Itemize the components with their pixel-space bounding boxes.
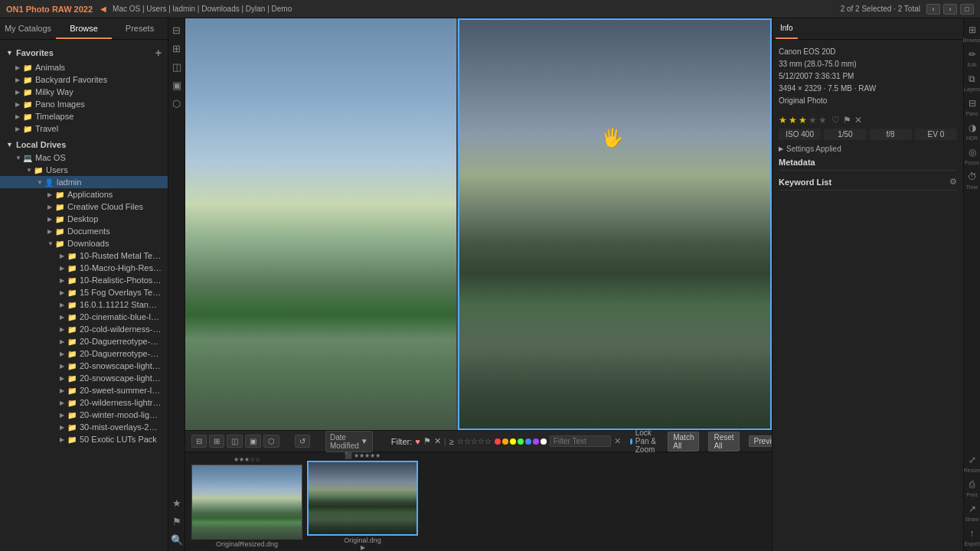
lock-pan-zoom-btn[interactable]: Lock Pan & Zoom [630, 429, 659, 454]
dl-item-15[interactable]: ▶📁30-mist-overlays-202... [0, 421, 168, 433]
dl-item-6[interactable]: ▶📁20-cinematic-blue-lg... [0, 311, 168, 323]
folder-documents[interactable]: ▶📁Documents [0, 225, 168, 237]
resize-panel-icon[interactable]: ⤢ [965, 453, 979, 467]
view-map-btn[interactable]: ⬡ [263, 435, 279, 448]
next-nav-btn[interactable]: › [943, 4, 957, 15]
gt-filter[interactable]: ≥ [449, 437, 454, 446]
view-detail-btn[interactable]: ▣ [245, 435, 261, 448]
dl-item-1[interactable]: ▶📁10-Rusted Metal Text... [0, 249, 168, 262]
drive-macos[interactable]: ▼💻Mac OS [0, 152, 168, 164]
metadata-section-header[interactable]: Metadata [779, 155, 957, 171]
pano-panel-icon[interactable]: ⊟ [965, 96, 979, 110]
view-grid-btn[interactable]: ⊞ [209, 435, 224, 448]
reset-all-btn[interactable]: Reset All [708, 432, 739, 452]
white-dot[interactable] [541, 439, 547, 445]
match-all-btn[interactable]: Match All [668, 432, 699, 452]
heart-btn[interactable]: ♡ [831, 115, 840, 126]
green-dot[interactable] [518, 439, 524, 445]
dl-item-7[interactable]: ▶📁20-cold-wilderness-lg... [0, 323, 168, 335]
detail-tool[interactable]: ▣ [170, 78, 184, 92]
dl-item-12[interactable]: ▶📁20-sweet-summer-lg... [0, 384, 168, 396]
red-dot[interactable] [495, 439, 501, 445]
reject-btn[interactable]: ✕ [854, 115, 862, 126]
previous-btn[interactable]: Previous [749, 435, 772, 447]
thumb-item-1[interactable]: ★★★☆☆ OriginalResized.dng [191, 456, 302, 548]
star-4[interactable]: ★ [808, 115, 817, 126]
sort-btn[interactable]: Date Modified ▼ [325, 431, 373, 452]
folder-downloads[interactable]: ▼📁Downloads [0, 237, 168, 249]
favorites-header[interactable]: ▼ Favorites + [0, 44, 168, 61]
tab-presets[interactable]: Presets [112, 18, 168, 39]
filmstrip-tool[interactable]: ⊟ [170, 23, 184, 37]
dl-item-9[interactable]: ▶📁20-Daguerreotype-Te... [0, 347, 168, 360]
star-tool[interactable]: ★ [170, 496, 184, 510]
share-panel-icon[interactable]: ↗ [965, 502, 979, 516]
time-panel-icon[interactable]: ⏱ [965, 170, 979, 184]
right-image-pane[interactable]: 🖐 [458, 18, 772, 430]
dl-item-16[interactable]: ▶📁50 Exotic LUTs Pack [0, 433, 168, 445]
folder-applications[interactable]: ▶📁Applications [0, 188, 168, 201]
browse-panel-icon[interactable]: ⊞ [965, 23, 979, 37]
search-tool[interactable]: 🔍 [170, 533, 184, 546]
folder-creative-cloud[interactable]: ▶📁Creative Cloud Files [0, 201, 168, 213]
star-5[interactable]: ★ [818, 115, 827, 126]
export-panel-icon[interactable]: ↑ [965, 527, 978, 540]
rotate-btn[interactable]: ↺ [295, 435, 310, 448]
prev-nav-btn[interactable]: ‹ [926, 4, 940, 15]
tab-browse[interactable]: Browse [56, 18, 112, 39]
star-3[interactable]: ★ [799, 115, 807, 126]
fav-timelapse[interactable]: ▶📁Timelapse [0, 110, 168, 122]
dl-item-14[interactable]: ▶📁20-winter-mood-light... [0, 409, 168, 421]
flag-filter[interactable]: ⚑ [423, 436, 431, 446]
hdr-panel-icon[interactable]: ◑ [965, 121, 979, 135]
fav-animals[interactable]: ▶📁Animals [0, 61, 168, 73]
filter-text-input[interactable] [550, 435, 611, 447]
dl-item-10[interactable]: ▶📁20-snowscape-lightro... [0, 360, 168, 372]
monitor-btn[interactable]: □ [960, 4, 974, 15]
blue-dot[interactable] [525, 439, 531, 445]
dl-item-4[interactable]: ▶📁15 Fog Overlays Text... [0, 286, 168, 298]
compare-tool[interactable]: ◫ [170, 60, 184, 73]
add-favorite-btn[interactable]: + [155, 47, 162, 59]
view-compare-btn[interactable]: ◫ [227, 435, 243, 448]
back-nav[interactable]: ◀ [100, 5, 106, 13]
view-filmstrip-btn[interactable]: ⊟ [191, 435, 207, 448]
dl-item-8[interactable]: ▶📁20-Daguerreotype-Te... [0, 335, 168, 347]
star-2[interactable]: ★ [789, 115, 797, 126]
print-panel-icon[interactable]: ⎙ [965, 478, 979, 491]
flag-btn[interactable]: ⚑ [843, 115, 851, 126]
yellow-dot[interactable] [510, 439, 516, 445]
folder-ladmin[interactable]: ▼👤ladmin [0, 176, 168, 188]
star-1[interactable]: ★ [779, 115, 787, 126]
flag-tool[interactable]: ⚑ [170, 514, 184, 528]
local-drives-header[interactable]: ▼ Local Drives [0, 138, 168, 152]
dl-item-3[interactable]: ▶📁10-Realistic-Photosh... [0, 274, 168, 286]
fav-milkyway[interactable]: ▶📁Milky Way [0, 86, 168, 98]
edit-panel-icon[interactable]: ✏ [965, 47, 979, 61]
grid-tool[interactable]: ⊞ [170, 41, 184, 55]
orange-dot[interactable] [502, 439, 508, 445]
dl-item-13[interactable]: ▶📁20-wilderness-lightro... [0, 396, 168, 409]
tab-mycatalogs[interactable]: My Catalogs [0, 18, 56, 39]
layers-panel-icon[interactable]: ⧉ [965, 72, 979, 86]
purple-dot[interactable] [533, 439, 539, 445]
keyword-list-header[interactable]: Keyword List ⚙ [779, 174, 957, 191]
folder-users[interactable]: ▼📁Users [0, 164, 168, 176]
fav-pano[interactable]: ▶📁Pano Images [0, 98, 168, 110]
dl-item-2[interactable]: ▶📁10-Macro-High-Res-P... [0, 262, 168, 274]
map-tool[interactable]: ⬡ [170, 96, 184, 110]
dl-item-11[interactable]: ▶📁20-snowscape-lightro... [0, 372, 168, 384]
folder-desktop[interactable]: ▶📁Desktop [0, 213, 168, 225]
settings-applied-row[interactable]: ▶ Settings Applied [779, 143, 957, 155]
rating-filter[interactable]: ☆☆☆☆☆ [457, 437, 492, 445]
heart-filter[interactable]: ♥ [415, 437, 420, 446]
thumb-item-2[interactable]: ⬛ ★★★★★ Original.dng ▶ [307, 452, 418, 551]
dl-item-5[interactable]: ▶📁16.0.1.11212 Standar... [0, 298, 168, 311]
x-filter[interactable]: ✕ [434, 436, 441, 446]
filter-clear-btn[interactable]: ✕ [614, 436, 621, 446]
keyword-gear-icon[interactable]: ⚙ [949, 177, 957, 187]
fav-backyard[interactable]: ▶📁Backyard Favorites [0, 73, 168, 86]
rtab-info[interactable]: Info [776, 18, 798, 39]
focus-panel-icon[interactable]: ◎ [965, 145, 979, 159]
fav-travel[interactable]: ▶📁Travel [0, 122, 168, 135]
